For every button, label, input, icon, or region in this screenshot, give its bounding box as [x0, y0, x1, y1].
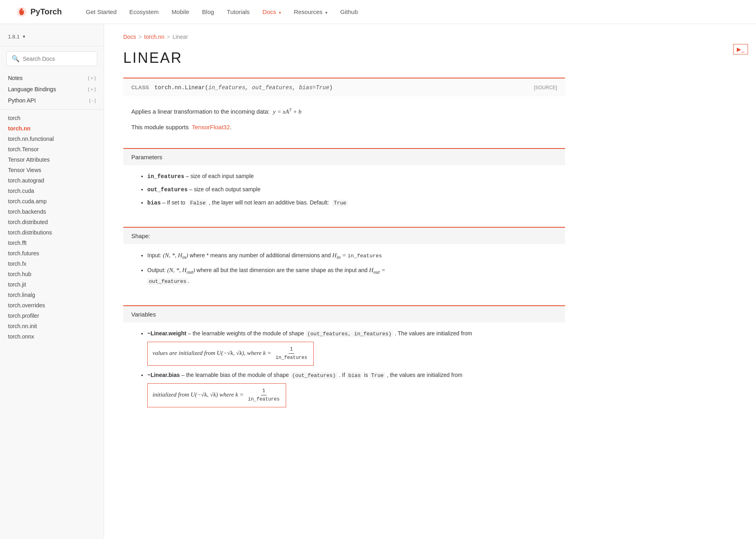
sidebar-item-torch-futures[interactable]: torch.futures: [0, 248, 104, 258]
parameters-content: in_features – size of each input sample …: [123, 165, 565, 217]
nav-resources[interactable]: Resources ▾: [294, 8, 327, 15]
weight-shape-code: (out_features, in_features): [306, 331, 393, 337]
docs-chevron-icon: ▾: [279, 10, 281, 15]
true-code: True: [332, 200, 348, 206]
sidebar-item-torch-tensor[interactable]: torch.Tensor: [0, 144, 104, 154]
notes-toggle[interactable]: [ + ]: [88, 76, 96, 80]
nav-ecosystem[interactable]: Ecosystem: [129, 8, 158, 15]
param-in-features: in_features – size of each input sample: [147, 172, 557, 182]
variable-weight: ~Linear.weight – the learnable weights o…: [147, 329, 557, 367]
nav-mobile[interactable]: Mobile: [172, 8, 189, 15]
description-line-1: Applies a linear transformation to the i…: [131, 106, 557, 117]
variables-content: ~Linear.weight – the learnable weights o…: [123, 323, 565, 419]
search-input[interactable]: [23, 56, 92, 62]
shape-output: Output: (N, *, Hout) where all but the l…: [147, 265, 557, 286]
sidebar-item-torch-backends[interactable]: torch.backends: [0, 206, 104, 217]
breadcrumb-torch-nn[interactable]: torch.nn: [144, 34, 164, 40]
parameters-section: Parameters in_features – size of each in…: [123, 148, 565, 217]
sidebar-item-tensor-views[interactable]: Tensor Views: [0, 165, 104, 175]
sidebar-item-torch-fx[interactable]: torch.fx: [0, 258, 104, 269]
shape-section: Shape: Input: (N, *, Hin) where * means …: [123, 227, 565, 296]
resources-chevron-icon: ▾: [325, 10, 327, 15]
svg-point-1: [22, 9, 24, 10]
bias-code: bias: [347, 372, 362, 379]
param-out-features: out_features – size of each output sampl…: [147, 185, 557, 195]
variables-header: Variables: [123, 306, 565, 323]
parameters-header: Parameters: [123, 149, 565, 165]
bias-shape-code: (out_features): [291, 372, 337, 379]
shape-header: Shape:: [123, 228, 565, 244]
sidebar-item-torch-nn-init[interactable]: torch.nn.init: [0, 321, 104, 331]
page-layout: 1.8.1 ▼ 🔍 Notes [ + ] Language Bindings …: [0, 24, 756, 539]
formula-y-xat-b: y = xAT + b: [271, 108, 301, 115]
false-code: False: [188, 200, 207, 206]
breadcrumb-docs[interactable]: Docs: [123, 34, 136, 40]
python-api-toggle[interactable]: [ - ]: [89, 98, 96, 103]
nav-docs[interactable]: Docs ▾: [263, 8, 281, 15]
version-arrow-icon: ▼: [22, 34, 26, 39]
class-signature-block: CLASS torch.nn.Linear(in_features, out_f…: [123, 78, 565, 96]
sidebar-item-torch-nn-functional[interactable]: torch.nn.functional: [0, 134, 104, 144]
description: Applies a linear transformation to the i…: [123, 103, 565, 138]
nav-get-started[interactable]: Get Started: [86, 8, 117, 15]
sidebar-item-torch-linalg[interactable]: torch.linalg: [0, 290, 104, 300]
top-nav: PyTorch Get Started Ecosystem Mobile Blo…: [0, 0, 756, 24]
variable-bias: ~Linear.bias – the learnable bias of the…: [147, 371, 557, 409]
class-signature: torch.nn.Linear(in_features, out_feature…: [154, 84, 333, 91]
shape-input: Input: (N, *, Hin) where * means any num…: [147, 250, 557, 262]
class-label: CLASS: [131, 84, 149, 90]
out-features-code: out_features: [147, 278, 188, 285]
sidebar-item-torch-overrides[interactable]: torch.overrides: [0, 300, 104, 311]
sidebar-item-torch-nn[interactable]: torch.nn: [0, 123, 104, 134]
sidebar-item-torch[interactable]: torch: [0, 113, 104, 123]
sidebar-item-torch-profiler[interactable]: torch.profiler: [0, 311, 104, 321]
nav-tutorials[interactable]: Tutorials: [227, 8, 250, 15]
search-box[interactable]: 🔍: [6, 51, 97, 66]
param-bias: bias – If set to False , the layer will …: [147, 198, 557, 208]
bias-true-code: True: [369, 372, 385, 379]
sidebar-item-torch-distributed[interactable]: torch.distributed: [0, 217, 104, 227]
terminal-icon[interactable]: ▶_: [733, 44, 748, 54]
version-selector[interactable]: 1.8.1 ▼: [0, 30, 104, 46]
language-bindings-toggle[interactable]: [ + ]: [88, 87, 96, 92]
bias-formula-box: initialized from U(−√k, √k) where k = 1 …: [147, 383, 286, 407]
sidebar-item-torch-autograd[interactable]: torch.autograd: [0, 175, 104, 186]
source-link[interactable]: [SOURCE]: [534, 85, 557, 90]
nav-links: Get Started Ecosystem Mobile Blog Tutori…: [86, 8, 740, 15]
weight-formula-box: values are initialized from U(−√k, √k), …: [147, 342, 314, 366]
shape-content: Input: (N, *, Hin) where * means any num…: [123, 244, 565, 296]
sidebar-item-torch-hub[interactable]: torch.hub: [0, 269, 104, 279]
sidebar-section-language-bindings[interactable]: Language Bindings [ + ]: [0, 84, 104, 95]
nav-blog[interactable]: Blog: [202, 8, 214, 15]
variables-section: Variables ~Linear.weight – the learnable…: [123, 305, 565, 419]
nav-github[interactable]: Github: [340, 8, 358, 15]
sidebar-section-python-api[interactable]: Python API [ - ]: [0, 95, 104, 106]
sidebar-section-notes[interactable]: Notes [ + ]: [0, 72, 104, 84]
breadcrumb-sep-2: >: [167, 34, 170, 40]
pytorch-logo-icon: [16, 6, 27, 18]
sidebar-item-torch-onnx[interactable]: torch.onnx: [0, 331, 104, 342]
sidebar: 1.8.1 ▼ 🔍 Notes [ + ] Language Bindings …: [0, 24, 104, 539]
sidebar-item-torch-distributions[interactable]: torch.distributions: [0, 227, 104, 238]
sidebar-divider: [0, 109, 104, 110]
breadcrumb-current: Linear: [172, 34, 188, 40]
logo[interactable]: PyTorch: [16, 6, 62, 18]
class-signature-content: CLASS torch.nn.Linear(in_features, out_f…: [131, 84, 333, 91]
breadcrumb: Docs > torch.nn > Linear: [123, 34, 565, 40]
sidebar-item-torch-cuda[interactable]: torch.cuda: [0, 186, 104, 196]
sidebar-item-torch-fft[interactable]: torch.fft: [0, 238, 104, 248]
sidebar-item-torch-jit[interactable]: torch.jit: [0, 279, 104, 290]
tf32-link[interactable]: TensorFloat32: [192, 124, 230, 130]
description-line-2: This module supports TensorFloat32.: [131, 122, 557, 132]
breadcrumb-sep-1: >: [138, 34, 142, 40]
search-icon: 🔍: [12, 55, 20, 62]
sidebar-item-torch-cuda-amp[interactable]: torch.cuda.amp: [0, 196, 104, 206]
sidebar-item-tensor-attributes[interactable]: Tensor Attributes: [0, 154, 104, 165]
page-title: LINEAR: [123, 50, 565, 66]
main-content: Docs > torch.nn > Linear LINEAR CLASS to…: [104, 24, 584, 539]
